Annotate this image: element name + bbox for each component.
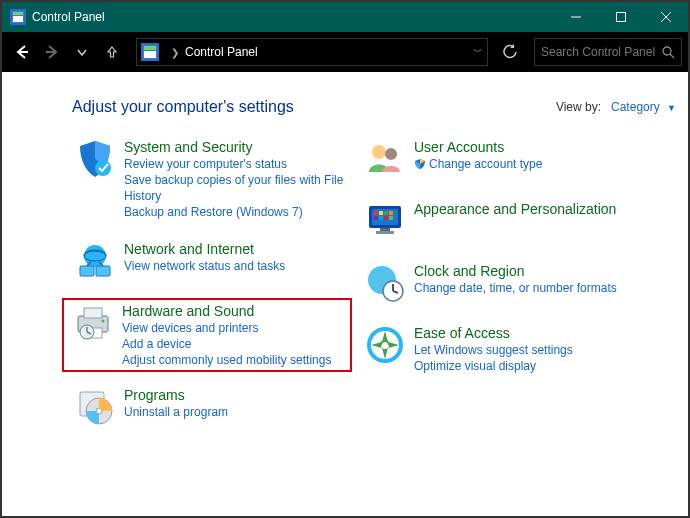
svg-rect-11 — [144, 51, 156, 58]
svg-rect-42 — [379, 216, 383, 220]
category-sub-link[interactable]: Optimize visual display — [414, 358, 573, 374]
address-bar[interactable]: ❯ Control Panel ﹀ — [136, 38, 488, 66]
category-sub-link[interactable]: View network status and tasks — [124, 258, 285, 274]
category-sub-link[interactable]: Adjust commonly used mobility settings — [122, 352, 331, 368]
svg-point-32 — [385, 148, 397, 160]
svg-rect-4 — [616, 13, 625, 22]
svg-rect-43 — [384, 216, 388, 220]
minimize-button[interactable] — [553, 2, 598, 32]
svg-rect-10 — [144, 46, 156, 50]
header-row: Adjust your computer's settings View by:… — [72, 98, 676, 116]
nav-toolbar: ❯ Control Panel ﹀ Search Control Panel — [2, 32, 688, 72]
svg-point-15 — [84, 245, 106, 267]
category-title-link[interactable]: Hardware and Sound — [122, 302, 331, 320]
category-title-link[interactable]: System and Security — [124, 138, 350, 156]
maximize-button[interactable] — [598, 2, 643, 32]
uac-shield-icon — [414, 158, 426, 170]
category-appearance: Appearance and Personalization — [362, 196, 652, 246]
category-sub-link[interactable]: View devices and printers — [122, 320, 331, 336]
search-icon — [662, 46, 675, 59]
category-title-link[interactable]: Network and Internet — [124, 240, 285, 258]
window: Control Panel ❯ Contr — [0, 0, 690, 518]
forward-button[interactable] — [38, 38, 66, 66]
svg-rect-22 — [84, 308, 102, 318]
category-sub-link[interactable]: Change date, time, or number formats — [414, 280, 617, 296]
category-sub-link[interactable]: Add a device — [122, 336, 331, 352]
svg-point-24 — [102, 320, 105, 323]
category-title-link[interactable]: Ease of Access — [414, 324, 573, 342]
svg-rect-36 — [376, 231, 394, 234]
svg-rect-41 — [374, 216, 378, 220]
svg-line-13 — [670, 54, 674, 58]
clock-globe-icon — [364, 262, 406, 304]
category-ease-of-access: Ease of Access Let Windows suggest setti… — [362, 320, 652, 378]
category-user-accounts: User Accounts Change account type — [362, 134, 652, 184]
category-sub-link[interactable]: Uninstall a program — [124, 404, 228, 420]
address-control-panel-icon — [141, 43, 159, 61]
address-dropdown-icon[interactable]: ﹀ — [473, 45, 483, 59]
titlebar: Control Panel — [2, 2, 688, 32]
category-title-link[interactable]: User Accounts — [414, 138, 542, 156]
refresh-button[interactable] — [494, 38, 526, 66]
monitor-colors-icon — [364, 200, 406, 242]
svg-rect-18 — [96, 266, 110, 276]
search-placeholder: Search Control Panel — [541, 45, 662, 59]
svg-point-30 — [96, 408, 102, 414]
svg-point-12 — [663, 47, 671, 55]
close-button[interactable] — [643, 2, 688, 32]
page-heading: Adjust your computer's settings — [72, 98, 294, 116]
up-button[interactable] — [98, 38, 126, 66]
category-sub-link[interactable]: Review your computer's status — [124, 156, 350, 172]
category-title-link[interactable]: Appearance and Personalization — [414, 200, 616, 218]
ease-of-access-icon — [364, 324, 406, 366]
window-title: Control Panel — [32, 10, 105, 24]
disc-icon — [74, 386, 116, 428]
category-network: Network and Internet View network status… — [72, 236, 352, 286]
recent-locations-button[interactable] — [68, 38, 96, 66]
svg-rect-17 — [80, 266, 94, 276]
search-input[interactable]: Search Control Panel — [534, 38, 682, 66]
category-sub-link[interactable]: Change account type — [414, 156, 542, 172]
network-icon — [74, 240, 116, 282]
content-area: Adjust your computer's settings View by:… — [2, 72, 688, 516]
back-button[interactable] — [8, 38, 36, 66]
svg-point-14 — [95, 160, 111, 176]
category-system-security: System and Security Review your computer… — [72, 134, 352, 224]
category-sub-link[interactable]: Save backup copies of your files with Fi… — [124, 172, 350, 204]
shield-icon — [74, 138, 116, 180]
view-by-dropdown[interactable]: Category ▼ — [611, 100, 676, 114]
category-title-link[interactable]: Clock and Region — [414, 262, 617, 280]
svg-rect-38 — [379, 211, 383, 215]
view-by-value: Category — [611, 100, 660, 114]
category-sub-link[interactable]: Let Windows suggest settings — [414, 342, 573, 358]
category-sub-link[interactable]: Backup and Restore (Windows 7) — [124, 204, 350, 220]
people-icon — [364, 138, 406, 180]
chevron-down-icon: ▼ — [667, 103, 676, 113]
control-panel-icon — [10, 9, 26, 25]
svg-rect-35 — [380, 228, 390, 231]
breadcrumb-location[interactable]: Control Panel — [185, 45, 258, 59]
svg-rect-44 — [389, 216, 393, 220]
category-title-link[interactable]: Programs — [124, 386, 228, 404]
svg-rect-1 — [13, 12, 23, 15]
category-programs: Programs Uninstall a program — [72, 382, 352, 432]
view-by-label: View by: — [556, 100, 601, 114]
category-clock-region: Clock and Region Change date, time, or n… — [362, 258, 652, 308]
printer-icon — [72, 302, 114, 344]
svg-rect-2 — [13, 16, 23, 22]
svg-point-31 — [372, 145, 386, 159]
category-hardware-sound: Hardware and Sound View devices and prin… — [62, 298, 352, 372]
svg-rect-39 — [384, 211, 388, 215]
svg-rect-40 — [389, 211, 393, 215]
breadcrumb-chevron-icon[interactable]: ❯ — [171, 47, 179, 58]
svg-rect-37 — [374, 211, 378, 215]
